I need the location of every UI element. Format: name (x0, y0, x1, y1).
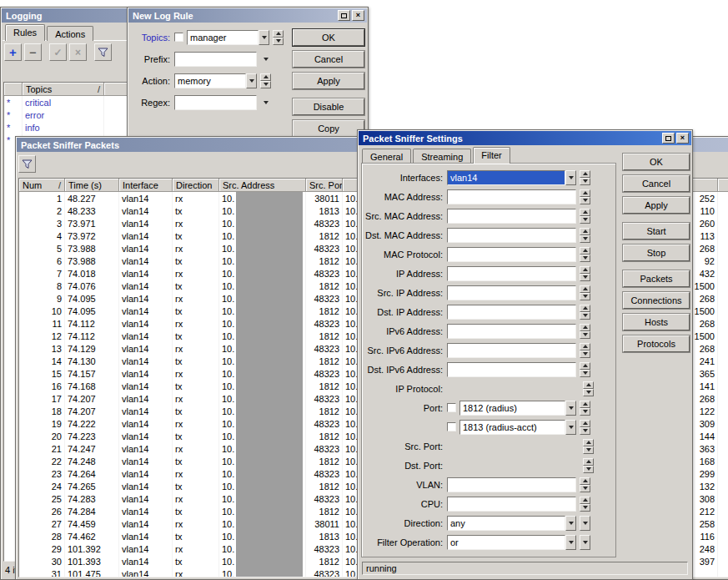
disable-button[interactable]: Disable (293, 98, 364, 115)
cell-tail[interactable] (718, 542, 728, 555)
cell-interface[interactable]: vlan14 (119, 380, 173, 392)
cell-src-address[interactable]: 10. (219, 355, 306, 367)
cell-src-address[interactable]: 10. (219, 317, 306, 330)
interfaces-dropdown-icon[interactable] (565, 170, 576, 185)
cell-src-address[interactable]: 10. (219, 492, 306, 505)
cell-direction[interactable]: rx (173, 467, 219, 480)
cell-interface[interactable]: vlan14 (119, 267, 173, 280)
cell-src-port[interactable]: 1812 (306, 405, 343, 417)
cell-src-address[interactable]: 10. (219, 517, 306, 530)
ip-protocol-spinner[interactable] (583, 381, 594, 396)
copy-button[interactable]: Copy (293, 120, 364, 137)
cell-interface[interactable]: vlan14 (119, 229, 173, 242)
cell-time[interactable]: 74.462 (65, 530, 119, 542)
cell-tail[interactable] (718, 467, 728, 480)
cell-time[interactable]: 74.095 (65, 292, 119, 305)
vlan-spinner[interactable] (580, 477, 590, 492)
cell-num[interactable]: 17 (19, 392, 65, 405)
hosts-button[interactable]: Hosts (623, 314, 690, 330)
protocols-button[interactable]: Protocols (623, 335, 690, 352)
cell-src-address[interactable]: 10. (219, 305, 306, 317)
interfaces-spinner[interactable] (580, 170, 590, 185)
new-log-rule-titlebar[interactable]: New Log Rule × (128, 8, 367, 23)
cell-src-port[interactable]: 48323 (306, 292, 343, 305)
cell-direction[interactable]: tx (173, 530, 219, 542)
cell-num[interactable]: 16 (19, 380, 65, 392)
cell-src-port[interactable]: 1812 (306, 430, 343, 442)
col-hidden-4[interactable] (718, 179, 728, 192)
port-2-dropdown-icon[interactable] (565, 420, 576, 435)
mac-protocol-input[interactable] (447, 247, 576, 262)
cell-num[interactable]: 6 (19, 255, 65, 267)
cell-interface[interactable]: vlan14 (119, 292, 173, 305)
cell-src-address[interactable]: 10. (219, 442, 306, 455)
cell-time[interactable]: 74.018 (65, 267, 119, 280)
start-button[interactable]: Start (623, 223, 690, 240)
cell-interface[interactable]: vlan14 (119, 342, 173, 355)
cell-num[interactable]: 30 (19, 555, 65, 567)
src-mac-address-input[interactable] (447, 209, 576, 224)
filter-operation-dropdown-icon[interactable] (565, 535, 576, 550)
cell-flag[interactable]: * (4, 121, 23, 134)
cell-num[interactable]: 3 (19, 217, 65, 229)
cell-src-port[interactable]: 1813 (306, 204, 343, 217)
cell-interface[interactable]: vlan14 (119, 442, 173, 455)
topics-dropdown-icon[interactable] (259, 30, 269, 45)
cell-interface[interactable]: vlan14 (119, 467, 173, 480)
tab-rules[interactable]: Rules (5, 24, 45, 41)
cell-time[interactable]: 74.247 (65, 442, 119, 455)
cell-src-port[interactable]: 48323 (306, 242, 343, 255)
cell-interface[interactable]: vlan14 (119, 204, 173, 217)
cell-time[interactable]: 74.157 (65, 367, 119, 380)
cell-src-port[interactable]: 48323 (306, 342, 343, 355)
cell-time[interactable]: 74.130 (65, 355, 119, 367)
cell-src-port[interactable]: 48323 (306, 467, 343, 480)
tab-actions[interactable]: Actions (47, 26, 93, 41)
cell-topic[interactable]: error (23, 108, 104, 121)
cell-interface[interactable]: vlan14 (119, 542, 173, 555)
cell-src-port[interactable]: 1812 (306, 330, 343, 342)
cell-src-address[interactable]: 10. (219, 242, 306, 255)
cell-interface[interactable]: vlan14 (119, 355, 173, 367)
cell-time[interactable]: 74.264 (65, 467, 119, 480)
cell-num[interactable]: 1 (19, 192, 65, 204)
port-1-checkbox[interactable] (447, 403, 456, 412)
cell-tail[interactable] (718, 267, 728, 280)
cell-interface[interactable]: vlan14 (119, 567, 173, 577)
cell-interface[interactable]: vlan14 (119, 280, 173, 292)
src-ip-address-spinner[interactable] (580, 285, 590, 300)
cell-num[interactable]: 9 (19, 292, 65, 305)
cell-direction[interactable]: rx (173, 417, 219, 430)
cell-num[interactable]: 15 (19, 367, 65, 380)
cell-tail[interactable] (718, 517, 728, 530)
cell-src-port[interactable]: 48323 (306, 442, 343, 455)
apply-button[interactable]: Apply (623, 197, 690, 214)
dst-ipv6-address-input[interactable] (447, 362, 576, 377)
action-input[interactable]: memory (174, 73, 246, 88)
packets-button[interactable]: Packets (623, 270, 690, 287)
cell-src-address[interactable]: 10. (219, 392, 306, 405)
cell-src-address[interactable]: 10. (219, 217, 306, 229)
cell-src-address[interactable]: 10. (219, 505, 306, 517)
cell-direction[interactable]: tx (173, 405, 219, 417)
cell-direction[interactable]: rx (173, 442, 219, 455)
direction-select[interactable]: any (447, 516, 565, 531)
cell-num[interactable]: 19 (19, 417, 65, 430)
cell-src-port[interactable]: 48323 (306, 217, 343, 229)
cell-interface[interactable]: vlan14 (119, 417, 173, 430)
cell-num[interactable]: 21 (19, 442, 65, 455)
cell-src-port[interactable]: 1812 (306, 505, 343, 517)
cell-tail[interactable] (718, 242, 728, 255)
cell-tail[interactable] (718, 442, 728, 455)
cell-interface[interactable]: vlan14 (119, 405, 173, 417)
cell-direction[interactable]: tx (173, 480, 219, 492)
cell-tail[interactable] (718, 480, 728, 492)
cell-time[interactable]: 74.222 (65, 417, 119, 430)
cell-num[interactable]: 12 (19, 330, 65, 342)
cell-num[interactable]: 29 (19, 542, 65, 555)
cell-direction[interactable]: rx (173, 367, 219, 380)
port-2-checkbox[interactable] (447, 422, 456, 431)
col-flags[interactable] (4, 83, 23, 96)
topics-spinner[interactable] (273, 30, 284, 45)
cell-num[interactable]: 14 (19, 355, 65, 367)
